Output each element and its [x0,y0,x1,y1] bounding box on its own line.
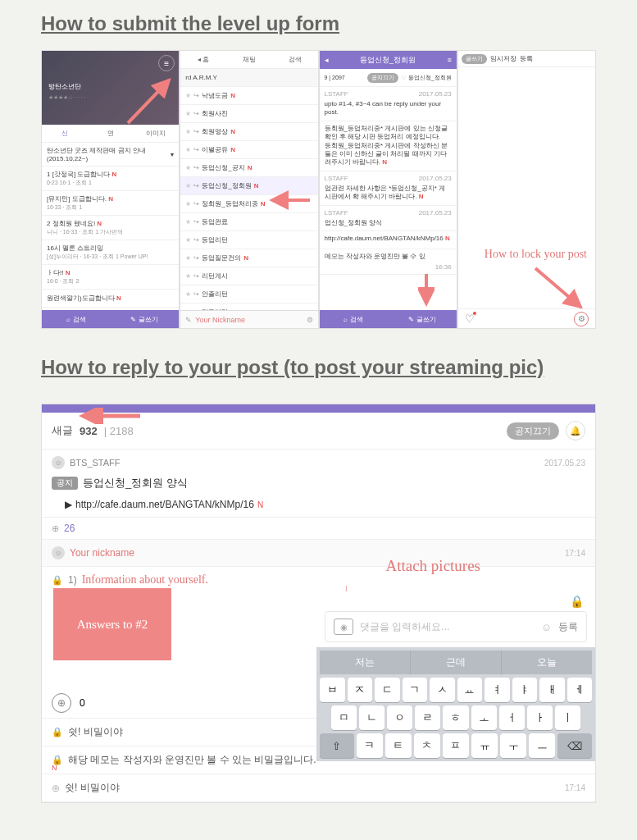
lock-note-label: How to lock your post [485,248,587,261]
board-item[interactable]: ★ ↪ 리턴게시 [180,267,317,285]
hamburger-icon[interactable]: ≡ [158,55,175,71]
post-item[interactable]: http://cafe.daum.net/BANGTAN/kNMp/16 N [320,231,457,249]
key[interactable]: ㅕ [485,678,510,702]
list-item[interactable]: 1 [갓정국] 도급합니다 N0·23 16·1 · 조회 1 [42,167,179,191]
your-nickname: Your nickname [70,547,134,559]
key[interactable]: ㅛ [457,678,483,702]
key[interactable]: ㅌ [385,733,412,758]
key[interactable]: ㅜ [500,733,526,758]
post-item[interactable]: 등회원_등업처리중* 게시판에 있는 신청글 확인 후 해당 시판 등업처리 예… [320,121,457,171]
list-item[interactable]: 원련색깔기)도급합니다 N [42,290,179,308]
board-item[interactable]: ★ ↪ 등업신청_공지 N [180,159,317,177]
arrow-down [418,272,435,308]
post-item[interactable]: LSTAFF2017.05.23업신청_정회원 양식 [320,206,457,231]
avatar: ☺ [52,456,65,469]
settings-gear-icon[interactable]: ⚙ [574,312,589,326]
notice-toggle[interactable]: 공지끄기 [367,73,398,83]
board-item[interactable]: ★ ↪ 회원영상 N [180,123,317,141]
write-button[interactable]: ✎글쓰기 [388,310,457,328]
bell-icon[interactable]: 🔔 [566,421,585,441]
key[interactable]: ㅗ [471,705,497,730]
key[interactable]: ㄴ [359,705,384,730]
list-item[interactable]: 16시 멜론 스트리밍[성]누이리터 · 16·33 · 조회 1 Power … [42,240,179,265]
post-item[interactable]: LSTAFF2017.05.23업관련 자세한 사항은 *등업신청_공지* 게시… [320,171,457,206]
star-icon: ★ [185,200,191,208]
secret-reply-2[interactable]: ⊕ 쉿! 비밀이야 17:14 [42,774,595,802]
sugg-2[interactable]: 근데 [411,651,502,674]
sugg-1[interactable]: 저는 [320,651,411,674]
post-item[interactable]: LSTAFF2017.05.23upto #1-4, #3~4 can be r… [320,87,457,121]
board-item[interactable]: ★ ↪ 등업질문건의 N [180,249,317,267]
list-item[interactable]: ㅏ다!! N16·0 · 조회 2 [42,265,179,290]
key[interactable]: ㅇ [387,705,412,730]
write-button[interactable]: ✎글쓰기 [111,310,180,328]
key[interactable]: ㅋ [357,733,383,758]
emoji-icon[interactable]: ☺ [541,621,552,633]
board-item[interactable]: ★ ↪ 안졸리턴 [180,285,317,304]
key[interactable]: ㅡ [529,733,555,758]
key[interactable]: ㅣ [555,705,580,730]
search-button[interactable]: ⌕검색 [320,310,389,328]
post-item[interactable]: 메모는 작성자와 운영진만 볼 수 있16:36 [320,249,457,275]
key[interactable]: ㅠ [471,733,498,758]
pinned-post[interactable]: ☺ BTS_STAFF 2017.05.23 공지 등업신청_정회원 양식 ▶ … [42,450,595,518]
comment-input[interactable]: 댓글을 입력하세요... [360,620,535,634]
list-item[interactable]: [뮤지민] 도급합니다. N16·33 · 조회 1 [42,191,179,216]
camera-icon[interactable]: ◉ [334,619,353,635]
key[interactable]: ㄷ [375,678,400,702]
board-item[interactable]: ★ ↪ 낙냄도금 N [180,87,317,105]
key[interactable]: ㅍ [443,733,469,758]
key[interactable]: ㅂ [320,678,345,702]
board-item[interactable]: ★ ↪ 이별공유 N [180,141,317,159]
shift-key[interactable]: ⇧ [320,733,354,758]
panel-board-posts: ◂ 등업신청_정회원 ≡ 9 | 2097 공지끄기 ♡ 등업신청_정회원 LS… [319,50,457,329]
key[interactable]: ㅔ [567,678,593,702]
pencil-icon: ✎ [408,316,414,323]
lock-icon[interactable]: 🔒 [570,595,584,608]
tab-home[interactable]: ◂ 홈 [180,55,226,64]
key[interactable]: ㅎ [443,705,468,730]
tab-chat[interactable]: 채팅 [226,55,272,64]
tempsave-btn[interactable]: 임시저장 [490,54,516,63]
post-link[interactable]: http://cafe.daum.net/BANGTAN/kNMp/16 [75,499,254,510]
backspace-key[interactable]: ⌫ [557,733,592,758]
list-item[interactable]: 2 정회원 됐네요! N니니 · 16·33 · 조회 1 가사번역 [42,216,179,240]
board-item[interactable]: ★ ↪ 회원사진 [180,105,317,123]
bell-icon[interactable]: ♡ [465,313,475,325]
write-btn[interactable]: 글쓰기 [462,54,487,64]
info-label: Information about yourself. [82,573,208,587]
gear-icon[interactable]: ⚙ [307,316,313,324]
tab-search[interactable]: 검색 [272,55,318,64]
search-button[interactable]: ⌕검색 [42,310,111,328]
arrow-to-menu [124,74,180,131]
board-item[interactable]: ★ ↪ 등업완료 [180,213,317,231]
notice-toggle[interactable]: 공지끄기 [507,422,559,440]
key[interactable]: ㅊ [414,733,440,758]
tab-new[interactable]: 신 [42,129,88,138]
reply-count-row[interactable]: ⊕ 26 [42,518,595,540]
key[interactable]: ㅓ [499,705,525,730]
panel-cafe-home: ≡ 방탄소년단 ★★★★☆ · · · · 신 연 이미지 탄소년단 굿즈 제작… [41,50,180,329]
notice-row[interactable]: 탄소년단 굿즈 제작판매 금지 안내 (2015.10.22~)▾ [42,143,179,167]
submit-button[interactable]: 등록 [558,620,578,634]
star-icon: ★ [185,128,191,135]
play-icon: ▶ [65,499,72,510]
key[interactable]: ㄹ [415,705,440,730]
reply-bubble-icon[interactable]: ⊕ [52,693,71,713]
key[interactable]: ㅅ [430,678,455,702]
panel-write: 글쓰기 임시저장 등록 How to lock your post ♡ ⚙ [457,50,596,329]
key[interactable]: ㄱ [403,678,428,702]
star-icon: ★ [185,146,191,153]
footer-bar: ♡ ⚙ [458,308,595,328]
key[interactable]: ㅑ [512,678,538,702]
key[interactable]: ㅐ [539,678,565,702]
key[interactable]: ㅈ [348,678,373,702]
nickname-placeholder[interactable]: Your Nickname [195,316,245,324]
svg-line-0 [128,80,169,123]
sugg-3[interactable]: 오늘 [502,651,592,674]
board-item[interactable]: ★ ↪ 등업리턴 [180,231,317,249]
key[interactable]: ㅁ [331,705,357,730]
submit-btn[interactable]: 등록 [520,54,533,63]
key[interactable]: ㅏ [527,705,553,730]
reply-bubble-icon: ⊕ [52,783,60,794]
